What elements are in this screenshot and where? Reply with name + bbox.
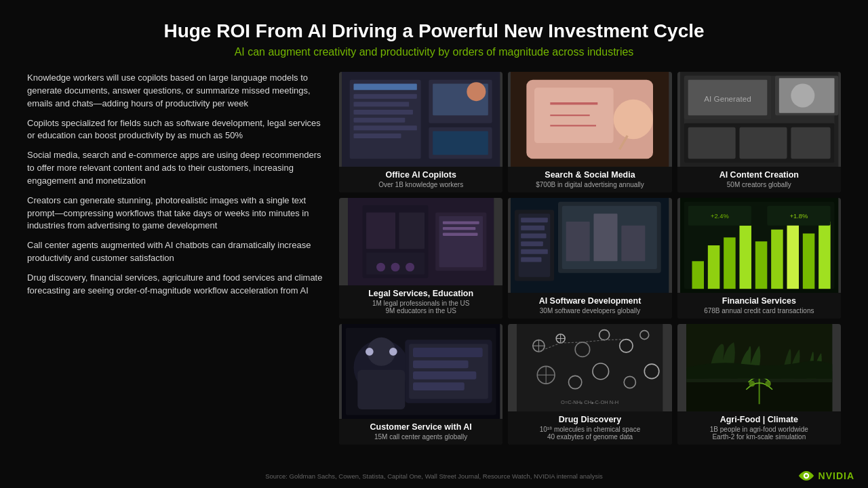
nvidia-icon (797, 469, 816, 483)
svg-point-26 (791, 84, 814, 108)
card-desc-office-ai: Over 1B knowledge workers (344, 181, 497, 188)
left-panel-paragraph: Call center agents augmented with AI cha… (27, 239, 326, 265)
card-desc-ai-content: 50M creators globally (683, 181, 835, 188)
card-desc-agri-food: 1B people in agri-food worldwideEarth-2 … (683, 426, 835, 441)
svg-point-46 (391, 263, 400, 272)
card-label-ai-software: AI Software Development30M software deve… (508, 293, 671, 319)
left-panel-paragraph: Copilots specialized for fields such as … (27, 117, 326, 143)
main-title: Huge ROI From AI Driving a Powerful New … (27, 20, 841, 42)
card-image-ai-content: AI Generated (677, 72, 841, 167)
svg-rect-6 (353, 118, 405, 123)
svg-rect-5 (353, 110, 413, 115)
card-image-financial: +2.4% +1.8% (677, 198, 841, 293)
svg-rect-65 (707, 245, 719, 289)
card-desc-ai-software: 30M software developers globally (513, 307, 666, 314)
svg-rect-53 (622, 226, 646, 262)
svg-rect-86 (413, 371, 476, 380)
svg-rect-2 (353, 84, 416, 90)
svg-rect-51 (566, 222, 590, 261)
svg-rect-70 (787, 218, 799, 289)
svg-rect-39 (443, 227, 475, 230)
svg-rect-59 (521, 241, 543, 246)
card-legal-education: Legal Services, Education1M legal profes… (339, 198, 502, 319)
card-desc-legal-education: 1M legal professionals in the US9M educa… (344, 300, 497, 314)
svg-rect-68 (755, 241, 767, 289)
card-image-legal-education (339, 198, 502, 285)
svg-text:+2.4%: +2.4% (711, 213, 729, 220)
svg-rect-64 (692, 261, 704, 289)
svg-rect-52 (594, 214, 618, 261)
svg-text:+1.8%: +1.8% (789, 213, 808, 220)
svg-rect-43 (399, 213, 425, 249)
header: Huge ROI From AI Driving a Powerful New … (27, 20, 841, 58)
svg-text:AI Generated: AI Generated (704, 94, 751, 103)
svg-point-20 (614, 100, 653, 139)
card-desc-search-social: $700B in digital advertising annually (513, 181, 666, 188)
svg-rect-3 (353, 94, 416, 99)
svg-rect-71 (802, 234, 814, 289)
card-ai-content: AI Generated AI Content Creation50M crea… (677, 72, 841, 192)
svg-rect-8 (353, 134, 401, 138)
footer-source: Source: Goldman Sachs, Cowen, Statista, … (0, 472, 868, 480)
card-label-agri-food: Agri-Food | Climate1B people in agri-foo… (677, 411, 841, 445)
card-desc-customer-service: 15M call center agents globally (344, 433, 497, 441)
card-title-legal-education: Legal Services, Education (344, 289, 497, 298)
svg-point-47 (406, 263, 414, 272)
nvidia-brand-text: NVIDIA (818, 470, 854, 481)
svg-rect-61 (521, 258, 541, 262)
svg-rect-66 (724, 237, 736, 289)
svg-rect-60 (521, 249, 548, 254)
svg-point-88 (366, 348, 374, 356)
left-panel-paragraph: Knowledge workers will use copilots base… (27, 72, 326, 110)
svg-rect-84 (413, 348, 483, 357)
svg-rect-4 (353, 102, 409, 106)
svg-rect-32 (739, 127, 787, 159)
card-image-office-ai (339, 72, 502, 167)
card-title-ai-content: AI Content Creation (683, 170, 835, 180)
card-image-drug-discovery: O=C-NH₂ CH₃-C-OH N-H (508, 324, 671, 411)
card-image-search-social (508, 72, 671, 167)
svg-rect-38 (443, 221, 479, 224)
subtitle: AI can augment creativity and productivi… (27, 46, 841, 58)
svg-rect-58 (521, 234, 546, 239)
svg-point-13 (467, 82, 486, 101)
card-label-office-ai: Office AI CopilotsOver 1B knowledge work… (339, 167, 502, 192)
svg-point-89 (389, 348, 397, 356)
svg-point-120 (749, 381, 755, 387)
svg-rect-85 (413, 361, 469, 369)
card-drug-discovery: O=C-NH₂ CH₃-C-OH N-H Drug Discovery10¹⁸ … (508, 324, 671, 445)
card-image-agri-food (677, 324, 841, 411)
card-label-legal-education: Legal Services, Education1M legal profes… (339, 285, 502, 319)
card-title-drug-discovery: Drug Discovery (513, 415, 666, 424)
card-search-social: Search & Social Media$700B in digital ad… (508, 72, 671, 192)
card-office-ai: Office AI CopilotsOver 1B knowledge work… (339, 72, 502, 192)
svg-point-45 (376, 263, 385, 272)
svg-rect-33 (791, 127, 830, 159)
svg-rect-72 (818, 222, 831, 289)
svg-point-123 (804, 474, 807, 477)
svg-rect-87 (413, 382, 465, 390)
card-title-customer-service: Customer Service with AI (344, 422, 497, 432)
svg-rect-7 (353, 125, 416, 130)
card-ai-software: AI Software Development30M software deve… (508, 198, 671, 319)
svg-rect-31 (688, 127, 735, 159)
svg-rect-81 (357, 370, 405, 409)
card-label-customer-service: Customer Service with AI15M call center … (339, 419, 502, 445)
svg-rect-12 (433, 131, 488, 155)
content-area: Knowledge workers will use copilots base… (27, 72, 841, 445)
svg-point-121 (765, 381, 771, 387)
card-label-ai-content: AI Content Creation50M creators globally (677, 167, 841, 192)
card-customer-service: Customer Service with AI15M call center … (339, 324, 502, 445)
card-desc-financial: 678B annual credit card transactions (683, 307, 835, 314)
card-label-drug-discovery: Drug Discovery10¹⁸ molecules in chemical… (508, 411, 671, 445)
slide: Huge ROI From AI Driving a Powerful New … (0, 0, 868, 488)
svg-rect-69 (771, 230, 783, 289)
svg-rect-40 (443, 233, 478, 236)
svg-rect-56 (521, 218, 548, 222)
svg-rect-67 (739, 226, 751, 289)
card-title-search-social: Search & Social Media (513, 170, 666, 180)
card-financial: +2.4% +1.8% Financial Services678B annua… (677, 198, 841, 319)
card-image-customer-service (339, 324, 502, 419)
svg-rect-42 (366, 213, 395, 249)
card-label-financial: Financial Services678B annual credit car… (677, 293, 841, 319)
